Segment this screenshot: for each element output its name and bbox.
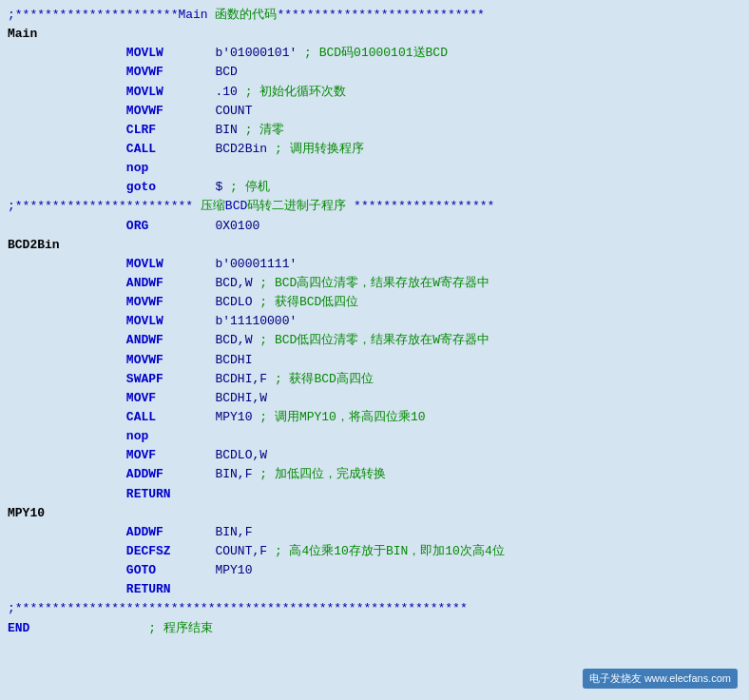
line-12: BCD2Bin xyxy=(8,236,741,255)
pad xyxy=(156,563,215,577)
comment-cn: 高 xyxy=(289,544,301,558)
comment-cn: 位乘 xyxy=(309,544,334,558)
comment-ascii: ; xyxy=(259,295,275,309)
line-20: MOVF BCDHI,W xyxy=(8,389,741,408)
comment-ascii: 4 xyxy=(485,544,492,558)
line-27: ADDWF BIN,F xyxy=(8,523,741,542)
indent xyxy=(8,180,126,194)
keyword: RETURN xyxy=(126,487,171,501)
indent xyxy=(8,544,126,558)
comment-cn: 程序结束 xyxy=(163,621,213,635)
stars: ;**********************Main xyxy=(8,8,208,22)
comment-pad xyxy=(238,123,245,137)
comment-ascii: BIN xyxy=(386,544,408,558)
indent xyxy=(8,219,126,233)
pad xyxy=(156,180,215,194)
keyword: MOVLW xyxy=(126,257,163,271)
line-3: MOVWF BCD xyxy=(8,63,741,82)
stars: ;***************************************… xyxy=(8,601,468,615)
keyword: CALL xyxy=(126,410,156,424)
line-22: nop xyxy=(8,427,741,446)
indent xyxy=(8,46,126,60)
comment-cn: 寄存器中 xyxy=(440,276,490,290)
label: MPY10 xyxy=(8,506,45,520)
comment-cn: 位 xyxy=(492,544,505,558)
arg: BCD xyxy=(215,65,237,79)
comment-ascii: ; xyxy=(259,410,275,424)
line-6: CLRF BIN ; 清零 xyxy=(8,121,741,140)
arg: BCD,W xyxy=(215,333,252,347)
keyword: MOVWF xyxy=(126,353,163,367)
keyword: MOVWF xyxy=(126,65,163,79)
line-23: MOVF BCDLO,W xyxy=(8,446,741,465)
keyword: MOVF xyxy=(126,391,156,405)
comment-cn: 调用 xyxy=(275,410,299,424)
pad xyxy=(163,104,216,118)
comment-text: 码转二进制子程序 xyxy=(247,199,354,213)
pad xyxy=(163,353,216,367)
comment-pad xyxy=(222,180,230,194)
pad xyxy=(163,65,216,79)
comment-cn: ，将高四位乘 xyxy=(336,410,411,424)
comment-ascii: ; xyxy=(275,372,290,386)
indent xyxy=(8,123,126,137)
keyword: MOVWF xyxy=(126,104,163,118)
keyword: CLRF xyxy=(126,123,156,137)
indent xyxy=(8,563,126,577)
label: Main xyxy=(8,27,37,41)
line-5: MOVWF COUNT xyxy=(8,102,741,121)
comment-ascii: MPY10 xyxy=(299,410,336,424)
comment-ascii: ; BCD xyxy=(304,46,341,60)
pad xyxy=(163,295,216,309)
keyword: ANDWF xyxy=(126,276,163,290)
pad xyxy=(163,525,216,539)
arg: BCDHI xyxy=(215,353,252,367)
arg: BCDLO xyxy=(215,295,252,309)
pad xyxy=(163,46,216,60)
comment-ascii: BCD xyxy=(314,372,336,386)
line-11: ORG 0X0100 xyxy=(8,217,741,236)
comment-ascii: ; xyxy=(230,180,245,194)
indent xyxy=(8,448,126,462)
arg: BCDLO,W xyxy=(215,448,267,462)
line-31: ;***************************************… xyxy=(8,599,741,618)
line-7: CALL BCD2Bin ; 调用转换程序 xyxy=(8,140,741,159)
line-18: MOVWF BCDHI xyxy=(8,351,741,370)
indent xyxy=(8,410,126,424)
arg: b'00001111' xyxy=(215,257,297,271)
indent xyxy=(8,429,126,443)
comment-pad xyxy=(297,46,304,60)
keyword: END xyxy=(8,621,29,635)
pad xyxy=(163,467,216,481)
comment-cn: 码 xyxy=(341,46,354,60)
indent xyxy=(8,487,126,501)
keyword: goto xyxy=(126,180,156,194)
comment-pad xyxy=(267,372,275,386)
pad xyxy=(163,85,216,99)
line-15: MOVWF BCDLO ; 获得BCD低四位 xyxy=(8,293,741,312)
line-0: ;**********************Main 函数的代码*******… xyxy=(8,6,741,25)
stars: **************************** xyxy=(277,8,484,22)
watermark: 电子发烧友 www.elecfans.com xyxy=(583,669,738,689)
comment-cn: 高四位 xyxy=(336,372,374,386)
comment-cn: 停机 xyxy=(245,180,270,194)
comment-text: 函数的代码 xyxy=(208,8,278,22)
keyword: RETURN xyxy=(126,582,171,596)
comment-cn: 初始化循环次数 xyxy=(259,85,346,99)
indent xyxy=(8,85,126,99)
keyword: nop xyxy=(126,161,148,175)
pad xyxy=(163,372,216,386)
pad xyxy=(156,410,215,424)
arg: BIN,F xyxy=(215,525,252,539)
comment-ascii: ; xyxy=(275,142,290,156)
comment-ascii: 10 xyxy=(445,544,460,558)
arg: BCDHI,W xyxy=(215,391,267,405)
arg: b'11110000' xyxy=(215,314,297,328)
keyword: SWAPF xyxy=(126,372,163,386)
keyword: GOTO xyxy=(126,563,156,577)
line-16: MOVLW b'11110000' xyxy=(8,312,741,331)
label: BCD2Bin xyxy=(8,238,60,252)
pad xyxy=(163,333,216,347)
line-17: ANDWF BCD,W ; BCD低四位清零，结果存放在W寄存器中 xyxy=(8,331,741,350)
comment-ascii: ; xyxy=(148,621,163,635)
